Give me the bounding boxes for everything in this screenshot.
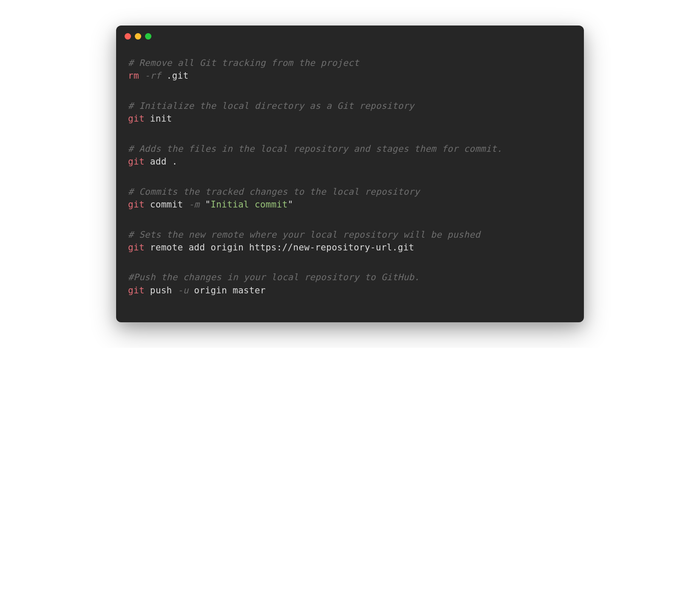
flag-token: -rf bbox=[139, 71, 161, 81]
arg-token: init bbox=[145, 114, 172, 124]
code-line: # Initialize the local directory as a Gi… bbox=[128, 99, 572, 112]
blank-line bbox=[128, 254, 572, 271]
cmd-token: git bbox=[128, 114, 145, 124]
code-line: rm -rf .git bbox=[128, 69, 572, 82]
comment-text: # Remove all Git tracking from the proje… bbox=[128, 58, 359, 68]
comment-text: # Initialize the local directory as a Gi… bbox=[128, 101, 414, 111]
close-icon[interactable] bbox=[125, 33, 131, 40]
cmd-token: git bbox=[128, 285, 145, 296]
code-line: # Sets the new remote where your local r… bbox=[128, 228, 572, 241]
comment-text: # Adds the files in the local repository… bbox=[128, 144, 502, 154]
code-line: #Push the changes in your local reposito… bbox=[128, 271, 572, 284]
quote-token: " bbox=[199, 199, 211, 210]
string-token: Initial commit bbox=[211, 199, 287, 210]
code-line: # Adds the files in the local repository… bbox=[128, 142, 572, 155]
cmd-token: git bbox=[128, 199, 145, 210]
arg-token: remote add origin https://new-repository… bbox=[145, 242, 414, 253]
titlebar bbox=[116, 26, 584, 40]
quote-token: " bbox=[287, 199, 293, 210]
cmd-token: rm bbox=[128, 71, 139, 81]
terminal-window: # Remove all Git tracking from the proje… bbox=[116, 26, 584, 322]
arg-token: .git bbox=[161, 71, 189, 81]
comment-text: # Commits the tracked changes to the loc… bbox=[128, 187, 420, 197]
blank-line bbox=[128, 125, 572, 142]
code-line: git remote add origin https://new-reposi… bbox=[128, 241, 572, 254]
code-line: # Commits the tracked changes to the loc… bbox=[128, 185, 572, 198]
code-line: git add . bbox=[128, 155, 572, 168]
minimize-icon[interactable] bbox=[135, 33, 141, 40]
flag-token: -m bbox=[183, 199, 199, 210]
arg-token: commit bbox=[145, 199, 183, 210]
arg-token: push bbox=[145, 285, 172, 296]
comment-text: #Push the changes in your local reposito… bbox=[128, 272, 420, 282]
code-line: # Remove all Git tracking from the proje… bbox=[128, 57, 572, 69]
arg-token: origin master bbox=[188, 285, 265, 296]
cmd-token: git bbox=[128, 156, 145, 167]
comment-text: # Sets the new remote where your local r… bbox=[128, 230, 480, 240]
arg-token: add . bbox=[145, 156, 178, 167]
blank-line bbox=[128, 211, 572, 228]
cmd-token: git bbox=[128, 242, 145, 253]
blank-line bbox=[128, 82, 572, 99]
blank-line bbox=[128, 168, 572, 185]
flag-token: -u bbox=[172, 285, 189, 296]
code-line: git push -u origin master bbox=[128, 284, 572, 297]
code-line: git init bbox=[128, 112, 572, 125]
terminal-body: # Remove all Git tracking from the proje… bbox=[116, 40, 584, 322]
code-line: git commit -m "Initial commit" bbox=[128, 198, 572, 211]
maximize-icon[interactable] bbox=[145, 33, 151, 40]
